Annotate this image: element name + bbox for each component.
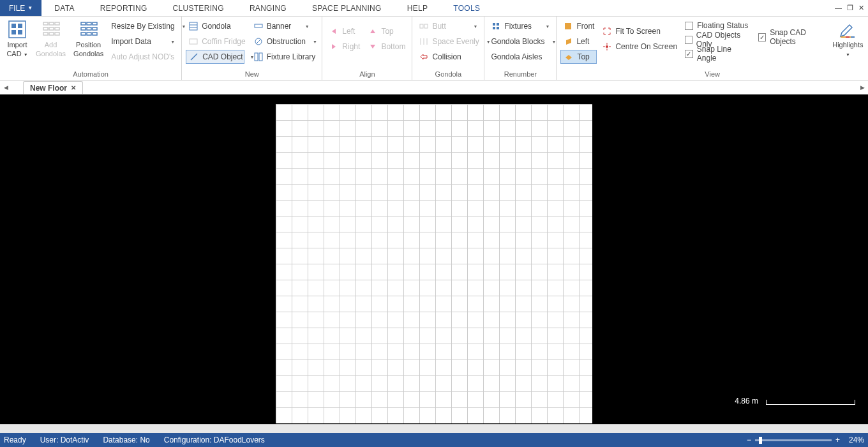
caret-down-icon: ▼ (541, 24, 550, 29)
caret-down-icon: ▼ (469, 24, 477, 29)
position-gondolas-button[interactable]: Position Gondolas (70, 18, 107, 60)
auto-adjust-nods-button[interactable]: Auto Adjust NOD's (108, 50, 177, 64)
tab-scroll-right[interactable]: ▶ (857, 80, 868, 94)
gondola-button[interactable]: Gondola (186, 19, 248, 33)
svg-rect-19 (93, 27, 97, 30)
banner-button[interactable]: Banner ▼ (251, 19, 312, 33)
collision-label: Collision (432, 52, 461, 61)
left-view-button[interactable]: Left (560, 34, 597, 49)
svg-rect-31 (255, 53, 258, 61)
coffin-fridge-icon (188, 36, 198, 47)
tab-file[interactable]: FILE ▼ (0, 0, 41, 16)
floor-canvas[interactable]: 4.86 m (0, 95, 868, 424)
tab-help[interactable]: HELP (394, 0, 441, 16)
floating-status-label: Floating Status (697, 21, 748, 30)
align-left-button[interactable]: Left (326, 24, 363, 38)
obstruction-button[interactable]: Obstruction ▼ (251, 34, 312, 49)
checkbox-checked-icon: ✓ (685, 50, 693, 58)
status-config: Configuration: DAFoodLovers (164, 436, 265, 444)
svg-rect-6 (49, 22, 54, 25)
gondola-icon (188, 21, 198, 31)
status-bar: Ready User: DotActiv Database: No Config… (0, 433, 868, 447)
tab-clustering[interactable]: CLUSTERING (160, 0, 237, 16)
fixture-library-button[interactable]: Fixture Library (251, 50, 318, 64)
align-right-button[interactable]: Right (326, 40, 363, 54)
svg-rect-7 (55, 22, 59, 25)
align-top-label: Top (381, 27, 393, 36)
tab-data[interactable]: DATA (41, 0, 87, 16)
close-tab-icon[interactable]: ✕ (71, 84, 76, 91)
zoom-slider[interactable] (755, 439, 832, 441)
group-view-label: View (559, 69, 865, 80)
cad-objects-only-checkbox[interactable]: CAD Objects Only (682, 33, 753, 46)
snap-cad-objects-checkbox[interactable]: ✓ Snap CAD Objects (756, 31, 828, 43)
resize-by-existing-button[interactable]: Resize By Existing ▼ (108, 19, 177, 33)
zoom-out-icon[interactable]: − (747, 436, 751, 444)
document-tab-strip: ◀ New Floor ✕ ▶ (0, 80, 868, 95)
resize-by-existing-label: Resize By Existing (111, 22, 174, 31)
tab-scroll-left[interactable]: ◀ (0, 80, 11, 94)
group-view: Front Left Top Fit To Screen C (557, 17, 868, 80)
centre-on-screen-button[interactable]: Centre On Screen (599, 40, 680, 54)
import-data-button[interactable]: Import Data ▼ (108, 34, 177, 49)
align-bottom-button[interactable]: Bottom (365, 40, 408, 54)
svg-rect-16 (93, 22, 97, 25)
status-ready: Ready (4, 436, 26, 444)
coffin-fridge-button[interactable]: Coffin Fridge (186, 34, 248, 49)
fixture-library-icon (253, 52, 264, 62)
gondola-aisles-button[interactable]: Gondola Aisles (488, 50, 552, 64)
svg-rect-3 (11, 30, 16, 34)
close-icon[interactable]: ✕ (858, 4, 864, 11)
butt-label: Butt (432, 22, 445, 31)
tab-ranging[interactable]: RANGING (237, 0, 299, 16)
restore-icon[interactable]: ❐ (847, 4, 853, 11)
svg-rect-38 (493, 23, 495, 26)
svg-rect-33 (420, 24, 423, 28)
add-gondolas-button[interactable]: Add Gondolas (32, 18, 70, 60)
coffin-fridge-label: Coffin Fridge (202, 37, 245, 46)
front-view-button[interactable]: Front (560, 19, 597, 33)
gondola-blocks-button[interactable]: Gondola Blocks ▼ (488, 34, 552, 49)
status-database: Database: No (103, 436, 149, 444)
fit-to-screen-label: Fit To Screen (615, 27, 660, 36)
horizontal-scrollbar[interactable] (0, 424, 868, 433)
tab-reporting[interactable]: REPORTING (87, 0, 160, 16)
collision-button[interactable]: Collision (416, 50, 480, 64)
status-user: User: DotActiv (40, 436, 89, 444)
cad-object-button[interactable]: CAD Object ▼ (186, 50, 244, 64)
align-top-button[interactable]: Top (365, 24, 408, 38)
minimize-icon[interactable]: — (835, 4, 842, 11)
svg-rect-13 (55, 33, 59, 35)
doc-tab-new-floor[interactable]: New Floor ✕ (23, 81, 83, 94)
floating-status-checkbox[interactable]: Floating Status (682, 19, 753, 32)
doc-tab-label: New Floor (30, 84, 67, 93)
svg-rect-32 (259, 53, 262, 61)
top-view-button[interactable]: Top (560, 50, 597, 64)
add-gondolas-label: Add Gondolas (36, 41, 66, 59)
zoom-control[interactable]: − + 24% (747, 436, 864, 444)
tab-space-planning[interactable]: SPACE PLANNING (299, 0, 394, 16)
svg-line-27 (191, 54, 197, 60)
space-evenly-button[interactable]: Space Evenly ▼ (416, 34, 480, 49)
zoom-in-icon[interactable]: + (835, 436, 840, 444)
align-right-label: Right (342, 42, 360, 51)
collision-icon (419, 52, 429, 62)
left-view-label: Left (576, 37, 589, 46)
align-bottom-label: Bottom (381, 42, 405, 51)
butt-button[interactable]: Butt ▼ (416, 19, 480, 33)
import-cad-icon (7, 19, 27, 40)
tab-tools[interactable]: TOOLS (440, 0, 493, 16)
svg-rect-41 (497, 27, 499, 29)
fixtures-button[interactable]: Fixtures ▼ (488, 19, 552, 33)
banner-icon (253, 21, 264, 31)
fixtures-label: Fixtures (504, 22, 532, 31)
snap-line-angle-checkbox[interactable]: ✓ Snap Line Angle (682, 47, 753, 60)
svg-rect-39 (497, 23, 499, 26)
fit-to-screen-button[interactable]: Fit To Screen (599, 24, 680, 38)
caret-down-icon: ▼ (548, 40, 556, 44)
highlights-button[interactable]: Highlights▼ (830, 18, 865, 60)
import-cad-button[interactable]: Import CAD ▼ (3, 18, 32, 60)
group-new: Gondola Coffin Fridge CAD Object ▼ Banne… (182, 17, 322, 80)
svg-rect-49 (846, 36, 849, 38)
group-new-label: New (184, 69, 319, 80)
